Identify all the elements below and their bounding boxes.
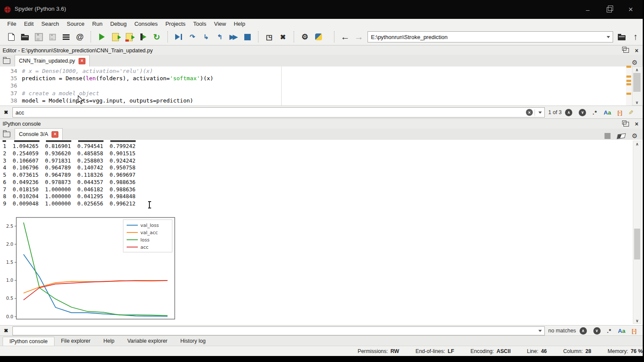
close-pane-icon[interactable]: × — [635, 48, 638, 54]
scroll-up-icon[interactable]: ∧ — [632, 67, 641, 72]
debug-continue-button[interactable]: ▶▶ — [228, 30, 240, 43]
run-file-button[interactable] — [96, 30, 108, 43]
menu-file[interactable]: File — [3, 21, 20, 27]
new-file-button[interactable] — [5, 30, 17, 43]
open-file-button[interactable] — [19, 30, 31, 43]
menu-projects[interactable]: Projects — [161, 21, 189, 27]
working-directory-combo — [368, 31, 613, 42]
menu-view[interactable]: View — [210, 21, 230, 27]
regex-toggle[interactable]: .* — [607, 328, 612, 334]
menu-edit[interactable]: Edit — [20, 21, 37, 27]
window-title: Spyder (Python 3.6) — [15, 0, 66, 19]
maximize-pane-button[interactable]: ◳ — [263, 30, 275, 43]
find-close-button[interactable]: ✖ — [4, 109, 12, 115]
undock-icon[interactable] — [623, 122, 629, 127]
console-tab[interactable]: Console 3/A × — [15, 128, 63, 140]
find-close-button[interactable]: ✖ — [4, 328, 12, 334]
minimize-button[interactable]: – — [577, 0, 598, 19]
save-button[interactable] — [33, 30, 45, 43]
undock-icon[interactable] — [623, 48, 629, 53]
regex-toggle[interactable]: .* — [592, 109, 597, 116]
y-tick-label: 0.5 — [6, 296, 13, 301]
back-button[interactable]: ← — [339, 30, 351, 43]
code-editor[interactable]: 34# x = Dense(1000, activation='relu')(x… — [0, 66, 643, 106]
browse-tabs-icon — [3, 58, 10, 64]
console-scrollbar-thumb[interactable] — [634, 229, 640, 259]
panel-tab-help[interactable]: Help — [97, 337, 121, 345]
console-options-button[interactable]: ⚙ — [632, 132, 638, 140]
forward-button[interactable]: → — [353, 30, 365, 43]
browse-tabs-button[interactable] — [0, 55, 13, 66]
debug-step-return-button[interactable]: ↰ — [214, 30, 226, 43]
restore-button[interactable] — [598, 0, 620, 19]
run-cell-advance-button[interactable] — [123, 30, 135, 43]
find-next-button[interactable]: ∨ — [579, 109, 586, 116]
editor-options-button[interactable]: ⚙ — [632, 59, 638, 66]
debug-step-button[interactable]: ↷ — [186, 30, 198, 43]
panel-tab-history-log[interactable]: History log — [174, 337, 212, 345]
working-directory-input[interactable] — [368, 34, 604, 40]
save-all-button[interactable] — [46, 30, 58, 43]
debug-file-button[interactable] — [173, 30, 185, 43]
editor-scrollbar-thumb[interactable] — [633, 73, 641, 92]
whole-words-toggle[interactable]: [-] — [632, 328, 636, 334]
tab-close-button[interactable]: × — [79, 58, 85, 64]
restore-icon — [607, 7, 612, 12]
code-token: # x = Dense(1000, activation='relu')(x) — [22, 68, 153, 74]
run-cell-button[interactable] — [109, 30, 122, 43]
symbol-finder-button[interactable]: @ — [74, 30, 86, 43]
menu-tools[interactable]: Tools — [189, 21, 210, 27]
panel-tab-ipython-console[interactable]: IPython console — [3, 337, 55, 346]
editor-tab[interactable]: CNN_Train_updated.py × — [15, 55, 90, 66]
find-previous-button[interactable]: ∧ — [580, 327, 587, 335]
highlight-matches-toggle[interactable]: ✎ — [627, 110, 634, 115]
panel-tab-variable-explorer[interactable]: Variable explorer — [121, 337, 174, 345]
search-marker — [626, 66, 631, 68]
menu-help[interactable]: Help — [230, 21, 249, 27]
y-tick-label: 1.0 — [6, 278, 13, 283]
editor-scrollbar[interactable]: ∧ ∨ — [632, 66, 642, 106]
scroll-down-icon[interactable]: ∨ — [632, 100, 641, 105]
editor-find-input[interactable] — [13, 109, 526, 116]
rerun-button[interactable]: ↻ — [151, 30, 163, 43]
find-previous-button[interactable]: ∧ — [565, 109, 572, 116]
pythonpath-button[interactable] — [313, 30, 325, 43]
preferences-button[interactable]: ⚙ — [299, 30, 311, 43]
tab-close-button[interactable]: × — [52, 131, 58, 138]
menu-run[interactable]: Run — [88, 21, 106, 27]
close-pane-icon[interactable]: × — [635, 121, 638, 127]
browse-directory-button[interactable] — [616, 30, 628, 43]
file-switcher-button[interactable] — [60, 30, 72, 43]
find-history-dropdown[interactable] — [536, 108, 544, 117]
clear-search-icon[interactable]: × — [526, 109, 533, 116]
debug-stop-button[interactable] — [241, 30, 253, 43]
debug-step-into-button[interactable]: ↳ — [200, 30, 212, 43]
python-logo-icon — [315, 33, 322, 40]
interrupt-kernel-icon[interactable] — [605, 133, 611, 139]
console-output-row: 8 0.010204 1.000000 0.041295 0.984848 — [3, 193, 136, 200]
run-selection-button[interactable] — [137, 30, 149, 43]
case-sensitive-toggle[interactable]: Aa — [604, 109, 611, 116]
find-history-dropdown[interactable] — [536, 327, 544, 335]
scroll-up-icon[interactable]: ∧ — [633, 141, 641, 147]
code-token: len — [86, 75, 96, 81]
menu-consoles[interactable]: Consoles — [131, 21, 161, 27]
panel-tab-file-explorer[interactable]: File explorer — [55, 337, 97, 345]
parent-directory-button[interactable]: ↑ — [629, 30, 641, 43]
fullscreen-button[interactable]: ✖ — [277, 30, 289, 43]
menu-source[interactable]: Source — [63, 21, 88, 27]
console-output-area[interactable]: 1 1.094265 0.816901 0.794541 0.7992422 0… — [0, 140, 643, 325]
console-find-input[interactable] — [13, 328, 536, 334]
menu-debug[interactable]: Debug — [106, 21, 131, 27]
working-directory-dropdown[interactable] — [604, 32, 613, 42]
browse-tabs-button[interactable] — [0, 129, 13, 140]
console-scrollbar[interactable]: ∧ ∨ — [633, 141, 641, 324]
close-button[interactable]: × — [620, 0, 641, 19]
title-bar: Spyder (Python 3.6) – × — [0, 0, 643, 19]
case-sensitive-toggle[interactable]: Aa — [618, 328, 625, 334]
menu-search[interactable]: Search — [37, 21, 63, 27]
clear-console-icon[interactable] — [617, 133, 626, 139]
find-next-button[interactable]: ∨ — [593, 327, 601, 335]
scroll-down-icon[interactable]: ∨ — [633, 318, 641, 323]
whole-words-toggle[interactable]: [-] — [617, 109, 622, 116]
